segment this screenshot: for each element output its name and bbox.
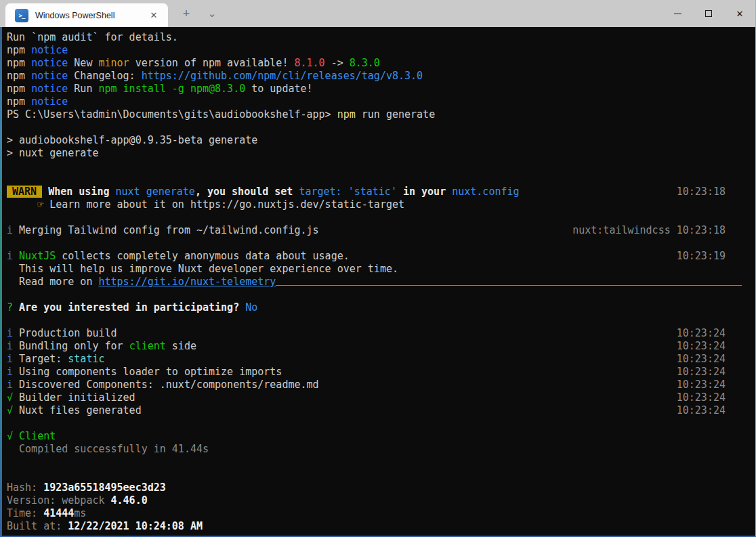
terminal-text: Compiled successfully in 41.44s xyxy=(7,443,209,455)
terminal-text: Built at: xyxy=(7,520,68,532)
terminal-line: √ Nuxt files generated10:23:24 xyxy=(7,404,726,417)
terminal-text: WARN xyxy=(7,186,42,198)
chevron-down-icon[interactable]: ⌄ xyxy=(202,3,222,24)
terminal-text: 4.46.0 xyxy=(111,494,148,507)
terminal-line: npm notice xyxy=(7,95,726,108)
close-icon: ✕ xyxy=(736,9,744,19)
terminal-line: ? Are you interested in participating? N… xyxy=(7,301,726,314)
terminal-text: √ xyxy=(7,391,13,404)
terminal-text: npm xyxy=(7,95,31,108)
minimize-button[interactable] xyxy=(662,0,693,27)
terminal-text: √ xyxy=(7,404,13,416)
terminal-link[interactable]: https://git.io/nuxt-telemetry xyxy=(98,276,276,288)
terminal-text: Merging Tailwind config from ~/tailwind.… xyxy=(13,224,319,236)
terminal-text xyxy=(13,250,19,262)
terminal-line: √ Client xyxy=(7,430,726,443)
terminal-line: Time: 41444ms xyxy=(7,507,726,520)
terminal-text: i xyxy=(7,250,13,262)
terminal-output[interactable]: Run `npm audit` for details.npm noticenp… xyxy=(0,27,755,536)
terminal-line: i Target: static10:23:24 xyxy=(7,353,726,366)
terminal-line xyxy=(7,211,726,224)
terminal-text: Run `npm audit` for details. xyxy=(7,31,178,43)
terminal-text: ☞ xyxy=(37,198,43,211)
terminal-text: notice xyxy=(31,57,68,69)
terminal-text: 8.3.0 xyxy=(350,57,380,69)
terminal-text: Run xyxy=(68,83,98,95)
titlebar-drag-area xyxy=(222,0,662,27)
terminal-text: i xyxy=(7,379,13,391)
log-timestamp: 10:23:24 xyxy=(677,353,726,366)
terminal-text: Time: xyxy=(7,507,43,519)
maximize-icon xyxy=(705,10,712,17)
terminal-text: npm xyxy=(7,83,31,95)
terminal-text: √ Client xyxy=(7,430,56,442)
title-bar: >_ Windows PowerShell ✕ + ⌄ ✕ xyxy=(0,0,755,27)
terminal-text: i xyxy=(7,340,13,352)
terminal-text: PS C:\Users\tadmin\Documents\gits\audiob… xyxy=(7,108,337,121)
terminal-text: side xyxy=(166,340,196,352)
terminal-line xyxy=(7,160,726,173)
terminal-line: This will help us improve Nuxt developer… xyxy=(7,263,726,276)
window-edge-accent xyxy=(0,27,2,536)
powershell-icon: >_ xyxy=(15,9,28,22)
terminal-text: ? xyxy=(7,301,13,314)
terminal-line: Built at: 12/22/2021 10:24:08 AM xyxy=(7,520,726,533)
terminal-line: npm notice New minor version of npm avai… xyxy=(7,57,726,70)
terminal-window: >_ Windows PowerShell ✕ + ⌄ ✕ Run `npm a… xyxy=(0,0,756,537)
terminal-line xyxy=(7,237,726,250)
terminal-line: > nuxt generate xyxy=(7,147,726,160)
terminal-text: npm xyxy=(7,44,31,56)
terminal-text: notice xyxy=(31,44,68,56)
terminal-text: Nuxt files generated xyxy=(13,404,142,416)
terminal-line: √ Builder initialized10:23:24 xyxy=(7,391,726,404)
log-timestamp: nuxt:tailwindcss 10:23:18 xyxy=(572,224,726,237)
terminal-text: 1923a65518495eec3d23 xyxy=(43,481,166,494)
terminal-line: i Bundling only for client side10:23:24 xyxy=(7,340,726,353)
terminal-line: i Using components loader to optimize im… xyxy=(7,366,726,379)
log-timestamp: 10:23:24 xyxy=(677,340,726,353)
terminal-link[interactable]: No xyxy=(245,301,257,314)
terminal-text: -> xyxy=(325,57,350,69)
terminal-link[interactable]: nuxt generate xyxy=(116,186,195,198)
terminal-link[interactable]: https://github.com/npm/cli/releases/tag/… xyxy=(142,70,423,82)
terminal-text: > audiobookshelf-app@0.9.35-beta generat… xyxy=(7,134,257,146)
terminal-text: , you should set xyxy=(195,186,299,198)
tab-title: Windows PowerShell xyxy=(35,11,146,20)
terminal-text: Bundling only for xyxy=(13,340,129,352)
terminal-text: Learn more about it on https://go.nuxtjs… xyxy=(43,198,404,211)
terminal-text: Production build xyxy=(13,327,117,339)
minimize-icon xyxy=(674,14,681,14)
terminal-link[interactable]: nuxt.config xyxy=(452,186,519,198)
terminal-text: Changelog: xyxy=(68,70,141,82)
log-timestamp: 10:23:19 xyxy=(677,250,726,263)
terminal-link[interactable]: target: 'static' xyxy=(299,186,397,198)
terminal-line xyxy=(7,314,726,327)
new-tab-button[interactable]: + xyxy=(176,3,196,24)
maximize-button[interactable] xyxy=(693,0,724,27)
terminal-text: Target: xyxy=(13,353,68,365)
tab-close-icon[interactable]: ✕ xyxy=(146,8,161,23)
log-timestamp: 10:23:18 xyxy=(677,186,726,198)
terminal-text: i xyxy=(7,327,13,339)
terminal-line: Compiled successfully in 41.44s xyxy=(7,443,726,456)
terminal-text: run generate xyxy=(356,108,435,121)
tab-windows-powershell[interactable]: >_ Windows PowerShell ✕ xyxy=(5,3,168,27)
terminal-text: When using xyxy=(42,186,115,198)
terminal-text: This will help us improve Nuxt developer… xyxy=(7,263,398,275)
terminal-text: Hash: xyxy=(7,481,43,494)
log-timestamp: 10:23:24 xyxy=(677,327,726,340)
terminal-text: npm install -g npm@8.3.0 xyxy=(98,83,245,95)
log-timestamp: 10:23:24 xyxy=(677,404,726,417)
link-underline-rule xyxy=(276,276,742,286)
terminal-line: npm notice xyxy=(7,44,726,57)
terminal-line xyxy=(7,417,726,430)
terminal-line xyxy=(7,288,726,301)
terminal-text: i xyxy=(7,224,13,236)
close-button[interactable]: ✕ xyxy=(724,0,755,27)
terminal-text: > nuxt generate xyxy=(7,147,98,159)
terminal-line: Run `npm audit` for details. xyxy=(7,31,726,44)
terminal-line: i Discovered Components: .nuxt/component… xyxy=(7,379,726,391)
terminal-line xyxy=(7,469,726,481)
terminal-text: client xyxy=(129,340,166,352)
terminal-text: 12/22/2021 10:24:08 AM xyxy=(68,520,203,532)
